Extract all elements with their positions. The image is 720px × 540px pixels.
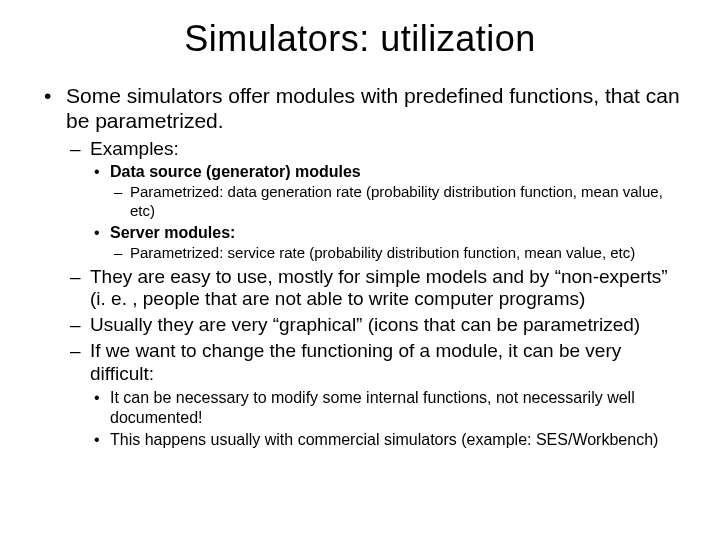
bullet-text: It can be necessary to modify some inter… [110, 389, 635, 426]
bullet-l4: Parametrized: data generation rate (prob… [110, 183, 680, 221]
bullet-text: Usually they are very “graphical” (icons… [90, 314, 640, 335]
bullet-list-l2: Examples: Data source (generator) module… [66, 138, 680, 450]
slide: Simulators: utilization Some simulators … [0, 0, 720, 540]
bullet-text: If we want to change the functioning of … [90, 340, 621, 384]
bullet-l4: Parametrized: service rate (probability … [110, 244, 680, 263]
bullet-list-l4: Parametrized: service rate (probability … [110, 244, 680, 263]
bullet-l2: Examples: Data source (generator) module… [66, 138, 680, 263]
bullet-l1: Some simulators offer modules with prede… [40, 84, 680, 450]
bullet-l3: This happens usually with commercial sim… [90, 430, 680, 450]
bullet-list-l3: It can be necessary to modify some inter… [90, 388, 680, 450]
bullet-text: Server modules: [110, 224, 235, 241]
bullet-l3: Server modules: Parametrized: service ra… [90, 223, 680, 263]
bullet-text: Examples: [90, 138, 179, 159]
bullet-text: Some simulators offer modules with prede… [66, 84, 680, 132]
bullet-l2: They are easy to use, mostly for simple … [66, 266, 680, 312]
bullet-text: Parametrized: service rate (probability … [130, 244, 635, 261]
bullet-l2: Usually they are very “graphical” (icons… [66, 314, 680, 337]
bullet-l3: It can be necessary to modify some inter… [90, 388, 680, 428]
bullet-text: Parametrized: data generation rate (prob… [130, 183, 663, 219]
bullet-text: They are easy to use, mostly for simple … [90, 266, 668, 310]
bullet-list-l3: Data source (generator) modules Parametr… [90, 162, 680, 262]
bullet-text: Data source (generator) modules [110, 163, 361, 180]
bullet-list: Some simulators offer modules with prede… [40, 84, 680, 450]
bullet-text: This happens usually with commercial sim… [110, 431, 658, 448]
bullet-list-l4: Parametrized: data generation rate (prob… [110, 183, 680, 221]
bullet-l3: Data source (generator) modules Parametr… [90, 162, 680, 221]
bullet-l2: If we want to change the functioning of … [66, 340, 680, 450]
slide-title: Simulators: utilization [40, 18, 680, 60]
